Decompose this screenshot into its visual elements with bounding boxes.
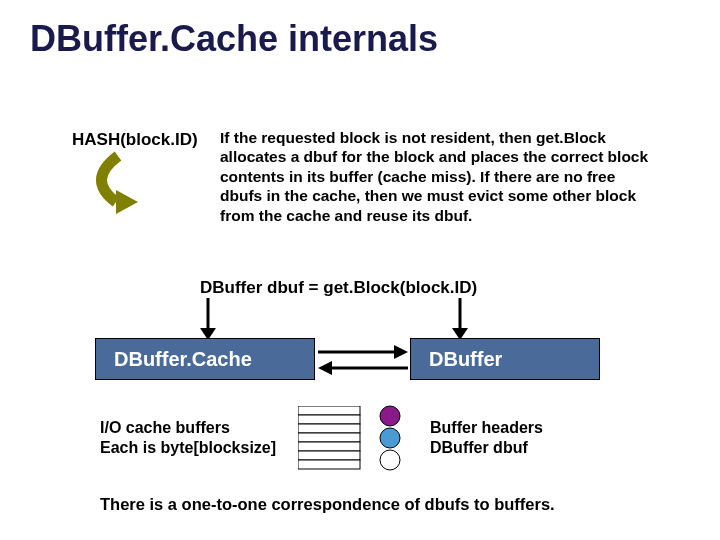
io-line2: Each is byte[blocksize]	[100, 438, 276, 458]
slide-title: DBuffer.Cache internals	[30, 18, 438, 60]
buffer-header-label: Buffer headers DBuffer dbuf	[430, 418, 543, 458]
buffer-stack-icon	[298, 406, 364, 476]
svg-marker-6	[394, 345, 408, 359]
svg-marker-0	[116, 190, 138, 214]
svg-rect-12	[298, 433, 360, 442]
bh-line1: Buffer headers	[430, 418, 543, 438]
svg-rect-14	[298, 451, 360, 460]
svg-point-17	[380, 428, 400, 448]
io-line1: I/O cache buffers	[100, 418, 276, 438]
bh-line2: DBuffer dbuf	[430, 438, 543, 458]
svg-rect-13	[298, 442, 360, 451]
io-cache-label: I/O cache buffers Each is byte[blocksize…	[100, 418, 276, 458]
svg-point-16	[380, 406, 400, 426]
arrow-left-icon	[318, 360, 408, 376]
code-line: DBuffer dbuf = get.Block(block.ID)	[200, 278, 477, 298]
description-text: If the requested block is not resident, …	[220, 128, 660, 225]
hash-label: HASH(block.ID)	[72, 130, 198, 150]
svg-rect-9	[298, 406, 360, 415]
dbuf-circles-icon	[376, 404, 410, 476]
dbuffer-cache-box: DBuffer.Cache	[95, 338, 315, 380]
arrow-right-icon	[318, 344, 408, 360]
dbuffer-box: DBuffer	[410, 338, 600, 380]
svg-rect-11	[298, 424, 360, 433]
arrow-down-left-icon	[196, 298, 220, 342]
svg-rect-15	[298, 460, 360, 469]
hash-arrow-icon	[88, 150, 168, 230]
svg-marker-8	[318, 361, 332, 375]
svg-point-18	[380, 450, 400, 470]
arrow-down-right-icon	[448, 298, 472, 342]
svg-rect-10	[298, 415, 360, 424]
bottom-note: There is a one-to-one correspondence of …	[100, 495, 555, 514]
